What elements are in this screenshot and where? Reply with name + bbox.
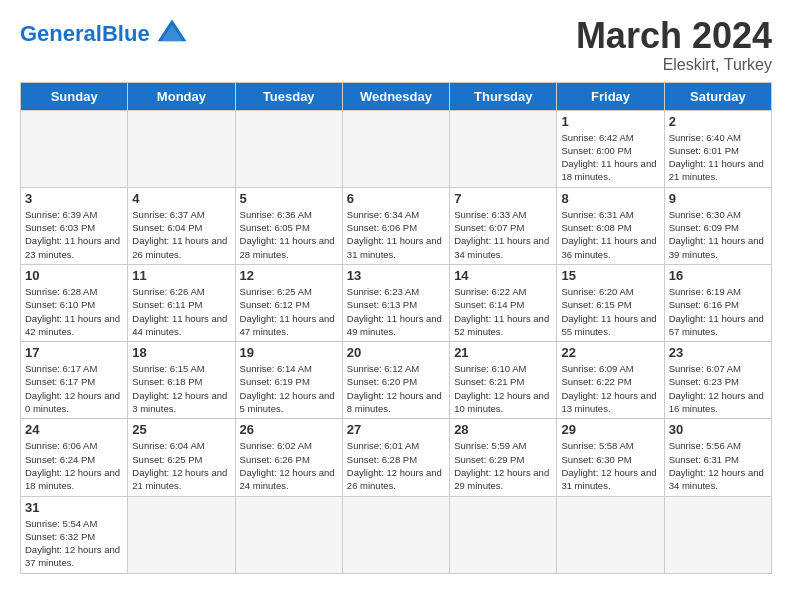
calendar-cell: 14Sunrise: 6:22 AM Sunset: 6:14 PM Dayli… <box>450 264 557 341</box>
calendar-cell <box>342 496 449 573</box>
calendar-cell <box>128 110 235 187</box>
day-number: 23 <box>669 345 767 360</box>
calendar-cell: 17Sunrise: 6:17 AM Sunset: 6:17 PM Dayli… <box>21 342 128 419</box>
day-number: 27 <box>347 422 445 437</box>
day-info: Sunrise: 6:28 AM Sunset: 6:10 PM Dayligh… <box>25 285 123 338</box>
day-number: 17 <box>25 345 123 360</box>
day-number: 30 <box>669 422 767 437</box>
logo-blue: Blue <box>102 21 150 46</box>
calendar-header-row: SundayMondayTuesdayWednesdayThursdayFrid… <box>21 82 772 110</box>
day-number: 10 <box>25 268 123 283</box>
calendar-cell <box>557 496 664 573</box>
day-info: Sunrise: 6:40 AM Sunset: 6:01 PM Dayligh… <box>669 131 767 184</box>
day-info: Sunrise: 6:17 AM Sunset: 6:17 PM Dayligh… <box>25 362 123 415</box>
day-info: Sunrise: 6:25 AM Sunset: 6:12 PM Dayligh… <box>240 285 338 338</box>
calendar-cell: 10Sunrise: 6:28 AM Sunset: 6:10 PM Dayli… <box>21 264 128 341</box>
calendar-cell <box>21 110 128 187</box>
day-number: 29 <box>561 422 659 437</box>
calendar-cell: 13Sunrise: 6:23 AM Sunset: 6:13 PM Dayli… <box>342 264 449 341</box>
calendar-cell: 18Sunrise: 6:15 AM Sunset: 6:18 PM Dayli… <box>128 342 235 419</box>
calendar-cell: 23Sunrise: 6:07 AM Sunset: 6:23 PM Dayli… <box>664 342 771 419</box>
day-info: Sunrise: 5:58 AM Sunset: 6:30 PM Dayligh… <box>561 439 659 492</box>
day-info: Sunrise: 6:39 AM Sunset: 6:03 PM Dayligh… <box>25 208 123 261</box>
calendar-table: SundayMondayTuesdayWednesdayThursdayFrid… <box>20 82 772 574</box>
calendar-week-2: 10Sunrise: 6:28 AM Sunset: 6:10 PM Dayli… <box>21 264 772 341</box>
calendar-wrapper: SundayMondayTuesdayWednesdayThursdayFrid… <box>0 82 792 584</box>
day-info: Sunrise: 6:07 AM Sunset: 6:23 PM Dayligh… <box>669 362 767 415</box>
day-info: Sunrise: 6:15 AM Sunset: 6:18 PM Dayligh… <box>132 362 230 415</box>
calendar-cell: 6Sunrise: 6:34 AM Sunset: 6:06 PM Daylig… <box>342 187 449 264</box>
day-info: Sunrise: 6:09 AM Sunset: 6:22 PM Dayligh… <box>561 362 659 415</box>
day-info: Sunrise: 6:01 AM Sunset: 6:28 PM Dayligh… <box>347 439 445 492</box>
calendar-cell: 4Sunrise: 6:37 AM Sunset: 6:04 PM Daylig… <box>128 187 235 264</box>
calendar-cell <box>450 496 557 573</box>
calendar-cell: 2Sunrise: 6:40 AM Sunset: 6:01 PM Daylig… <box>664 110 771 187</box>
calendar-cell <box>128 496 235 573</box>
calendar-cell: 30Sunrise: 5:56 AM Sunset: 6:31 PM Dayli… <box>664 419 771 496</box>
day-info: Sunrise: 6:20 AM Sunset: 6:15 PM Dayligh… <box>561 285 659 338</box>
day-header-friday: Friday <box>557 82 664 110</box>
day-number: 25 <box>132 422 230 437</box>
day-number: 20 <box>347 345 445 360</box>
calendar-week-3: 17Sunrise: 6:17 AM Sunset: 6:17 PM Dayli… <box>21 342 772 419</box>
calendar-cell <box>450 110 557 187</box>
day-info: Sunrise: 6:10 AM Sunset: 6:21 PM Dayligh… <box>454 362 552 415</box>
day-info: Sunrise: 6:42 AM Sunset: 6:00 PM Dayligh… <box>561 131 659 184</box>
calendar-cell: 24Sunrise: 6:06 AM Sunset: 6:24 PM Dayli… <box>21 419 128 496</box>
calendar-cell: 26Sunrise: 6:02 AM Sunset: 6:26 PM Dayli… <box>235 419 342 496</box>
day-info: Sunrise: 6:31 AM Sunset: 6:08 PM Dayligh… <box>561 208 659 261</box>
calendar-cell: 1Sunrise: 6:42 AM Sunset: 6:00 PM Daylig… <box>557 110 664 187</box>
month-title: March 2024 <box>576 16 772 56</box>
day-header-thursday: Thursday <box>450 82 557 110</box>
day-number: 21 <box>454 345 552 360</box>
logo-general: General <box>20 21 102 46</box>
calendar-cell: 12Sunrise: 6:25 AM Sunset: 6:12 PM Dayli… <box>235 264 342 341</box>
day-number: 24 <box>25 422 123 437</box>
day-number: 1 <box>561 114 659 129</box>
calendar-week-0: 1Sunrise: 6:42 AM Sunset: 6:00 PM Daylig… <box>21 110 772 187</box>
day-header-wednesday: Wednesday <box>342 82 449 110</box>
calendar-cell: 31Sunrise: 5:54 AM Sunset: 6:32 PM Dayli… <box>21 496 128 573</box>
calendar-cell: 20Sunrise: 6:12 AM Sunset: 6:20 PM Dayli… <box>342 342 449 419</box>
day-number: 16 <box>669 268 767 283</box>
day-number: 18 <box>132 345 230 360</box>
logo-text: GeneralBlue <box>20 23 150 45</box>
day-info: Sunrise: 6:02 AM Sunset: 6:26 PM Dayligh… <box>240 439 338 492</box>
day-info: Sunrise: 5:54 AM Sunset: 6:32 PM Dayligh… <box>25 517 123 570</box>
day-info: Sunrise: 5:56 AM Sunset: 6:31 PM Dayligh… <box>669 439 767 492</box>
calendar-week-1: 3Sunrise: 6:39 AM Sunset: 6:03 PM Daylig… <box>21 187 772 264</box>
calendar-cell: 5Sunrise: 6:36 AM Sunset: 6:05 PM Daylig… <box>235 187 342 264</box>
day-info: Sunrise: 5:59 AM Sunset: 6:29 PM Dayligh… <box>454 439 552 492</box>
day-number: 22 <box>561 345 659 360</box>
day-info: Sunrise: 6:04 AM Sunset: 6:25 PM Dayligh… <box>132 439 230 492</box>
calendar-week-4: 24Sunrise: 6:06 AM Sunset: 6:24 PM Dayli… <box>21 419 772 496</box>
day-number: 26 <box>240 422 338 437</box>
day-number: 13 <box>347 268 445 283</box>
page-header: GeneralBlue March 2024 Eleskirt, Turkey <box>0 0 792 82</box>
day-number: 11 <box>132 268 230 283</box>
day-info: Sunrise: 6:23 AM Sunset: 6:13 PM Dayligh… <box>347 285 445 338</box>
day-number: 4 <box>132 191 230 206</box>
day-number: 19 <box>240 345 338 360</box>
calendar-cell <box>342 110 449 187</box>
day-info: Sunrise: 6:19 AM Sunset: 6:16 PM Dayligh… <box>669 285 767 338</box>
calendar-week-5: 31Sunrise: 5:54 AM Sunset: 6:32 PM Dayli… <box>21 496 772 573</box>
day-info: Sunrise: 6:30 AM Sunset: 6:09 PM Dayligh… <box>669 208 767 261</box>
day-number: 14 <box>454 268 552 283</box>
day-info: Sunrise: 6:33 AM Sunset: 6:07 PM Dayligh… <box>454 208 552 261</box>
day-number: 9 <box>669 191 767 206</box>
calendar-cell: 8Sunrise: 6:31 AM Sunset: 6:08 PM Daylig… <box>557 187 664 264</box>
day-info: Sunrise: 6:22 AM Sunset: 6:14 PM Dayligh… <box>454 285 552 338</box>
day-number: 2 <box>669 114 767 129</box>
day-info: Sunrise: 6:06 AM Sunset: 6:24 PM Dayligh… <box>25 439 123 492</box>
day-number: 5 <box>240 191 338 206</box>
calendar-cell: 15Sunrise: 6:20 AM Sunset: 6:15 PM Dayli… <box>557 264 664 341</box>
day-number: 15 <box>561 268 659 283</box>
calendar-cell: 29Sunrise: 5:58 AM Sunset: 6:30 PM Dayli… <box>557 419 664 496</box>
calendar-cell: 9Sunrise: 6:30 AM Sunset: 6:09 PM Daylig… <box>664 187 771 264</box>
day-info: Sunrise: 6:37 AM Sunset: 6:04 PM Dayligh… <box>132 208 230 261</box>
location: Eleskirt, Turkey <box>576 56 772 74</box>
calendar-cell: 27Sunrise: 6:01 AM Sunset: 6:28 PM Dayli… <box>342 419 449 496</box>
day-number: 31 <box>25 500 123 515</box>
day-number: 6 <box>347 191 445 206</box>
